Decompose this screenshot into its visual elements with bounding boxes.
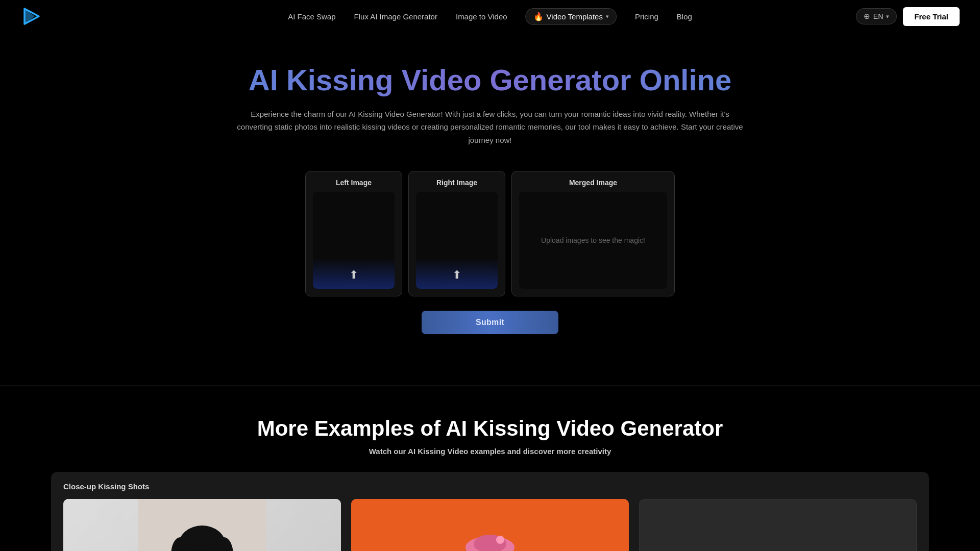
globe-icon: ⊕ (864, 12, 870, 21)
lang-label: EN (873, 12, 883, 20)
examples-subtitle: Watch our AI Kissing Video examples and … (51, 447, 929, 456)
merged-image-panel: Merged Image Upload images to see the ma… (511, 171, 675, 296)
chevron-down-icon: ▾ (606, 13, 609, 20)
nav-ai-face-swap[interactable]: AI Face Swap (288, 12, 335, 21)
nav-video-templates[interactable]: 🔥 Video Templates ▾ (526, 8, 617, 25)
nav-links: AI Face Swap Flux AI Image Generator Ima… (288, 8, 692, 25)
right-upload-icon[interactable]: ⬆ (452, 268, 461, 282)
hero-section: AI Kissing Video Generator Online Experi… (0, 33, 980, 385)
example-thumbnail-2[interactable] (351, 499, 629, 551)
svg-point-13 (496, 536, 504, 544)
video-templates-label: Video Templates (547, 12, 603, 21)
nav-flux-ai[interactable]: Flux AI Image Generator (354, 12, 437, 21)
examples-card: Close-up Kissing Shots (51, 472, 929, 551)
right-image-panel: Right Image ⬆ (408, 171, 505, 296)
nav-blog[interactable]: Blog (677, 12, 692, 21)
upload-section: Left Image ⬆ Right Image ⬆ Merged Image … (20, 171, 960, 296)
merged-image-label: Merged Image (519, 179, 667, 187)
example-thumbnail-3[interactable] (639, 499, 917, 551)
examples-section: More Examples of AI Kissing Video Genera… (0, 416, 980, 551)
examples-grid (63, 499, 917, 551)
thumbnail-1-image (63, 499, 341, 551)
examples-title: More Examples of AI Kissing Video Genera… (51, 416, 929, 441)
lang-chevron-icon: ▾ (886, 13, 889, 20)
left-image-box[interactable]: ⬆ (313, 192, 395, 289)
thumbnail-2-image (351, 499, 629, 551)
right-image-label: Right Image (416, 179, 498, 187)
merged-image-box: Upload images to see the magic! (519, 192, 667, 289)
left-image-panel: Left Image ⬆ (305, 171, 402, 296)
hero-description: Experience the charm of our AI Kissing V… (235, 108, 745, 147)
fire-icon: 🔥 (533, 12, 544, 21)
language-selector[interactable]: ⊕ EN ▾ (856, 8, 897, 24)
left-image-label: Left Image (313, 179, 395, 187)
merged-placeholder-text: Upload images to see the magic! (541, 236, 645, 244)
examples-card-title: Close-up Kissing Shots (63, 482, 917, 491)
example-thumbnail-1[interactable] (63, 499, 341, 551)
hero-title: AI Kissing Video Generator Online (20, 63, 960, 97)
nav-right: ⊕ EN ▾ Free Trial (856, 7, 960, 26)
right-image-box[interactable]: ⬆ (416, 192, 498, 289)
submit-section: Submit (20, 311, 960, 334)
nav-pricing[interactable]: Pricing (635, 12, 658, 21)
free-trial-button[interactable]: Free Trial (903, 7, 960, 26)
left-upload-icon[interactable]: ⬆ (349, 268, 358, 282)
section-divider (0, 385, 980, 386)
nav-image-to-video[interactable]: Image to Video (456, 12, 507, 21)
svg-rect-14 (715, 499, 841, 551)
logo[interactable] (20, 6, 42, 27)
navbar: AI Face Swap Flux AI Image Generator Ima… (0, 0, 980, 33)
submit-button[interactable]: Submit (422, 311, 558, 334)
